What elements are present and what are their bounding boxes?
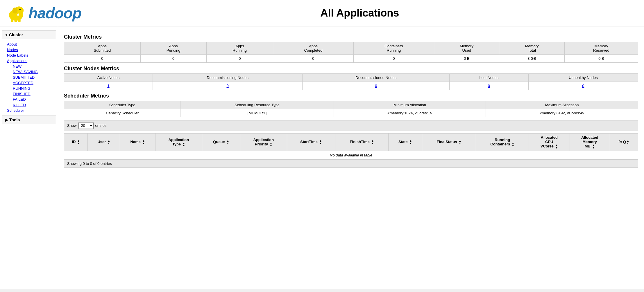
no-data-cell: No data available in table	[64, 151, 638, 159]
sidebar-nav: About Nodes Node Labels Applications NEW…	[0, 40, 58, 114]
val-memory-used: 0 B	[434, 55, 499, 63]
scheduler-metrics-title: Scheduler Metrics	[64, 93, 638, 99]
percent-queue-sort-icon[interactable]: ▲▼	[627, 140, 629, 145]
val-maximum-allocation: <memory:8192, vCores:4>	[486, 109, 638, 117]
col-memory-total: MemoryTotal	[499, 42, 564, 55]
scheduler-metrics-table: Scheduler Type Scheduling Resource Type …	[64, 101, 638, 117]
cluster-arrow-icon: ▼	[5, 33, 8, 37]
col-apps-submitted: AppsSubmitted	[64, 42, 141, 55]
lost-nodes-link[interactable]: 0	[488, 84, 490, 88]
active-nodes-link[interactable]: 1	[107, 84, 109, 88]
start-time-sort-icon[interactable]: ▲▼	[319, 140, 322, 145]
col-apps-running: AppsRunning	[206, 42, 273, 55]
sidebar: ▼ Cluster About Nodes Node Labels Applic…	[0, 26, 58, 289]
sidebar-item-applications[interactable]: Applications	[6, 58, 58, 64]
sidebar-item-nodes[interactable]: Nodes	[6, 47, 58, 53]
sidebar-cluster-header[interactable]: ▼ Cluster	[2, 30, 56, 39]
logo-area: hadoop	[6, 3, 81, 23]
hadoop-logo-text: hadoop	[28, 4, 81, 22]
page-title: All Applications	[81, 7, 638, 19]
val-active-nodes: 1	[64, 82, 153, 90]
sidebar-item-running[interactable]: RUNNING	[12, 86, 58, 91]
col-lost-nodes: Lost Nodes	[450, 74, 528, 82]
col-application-type: ApplicationType ▲▼	[155, 134, 202, 151]
sidebar-item-submitted[interactable]: SUBMITTED	[12, 75, 58, 80]
svg-rect-7	[18, 19, 21, 22]
app-priority-sort-icon[interactable]: ▲▼	[270, 142, 272, 147]
col-unhealthy-nodes: Unhealthy Nodes	[528, 74, 638, 82]
sidebar-item-about[interactable]: About	[6, 42, 58, 47]
user-sort-icon[interactable]: ▲▼	[108, 140, 110, 145]
show-label: Show	[67, 123, 77, 128]
col-memory-reserved: MemoryReserved	[564, 42, 638, 55]
unhealthy-nodes-link[interactable]: 0	[582, 84, 584, 88]
applications-table: ID ▲▼ User ▲▼ Name ▲▼ ApplicationType ▲▼…	[64, 133, 638, 159]
col-percent-queue: % Q▲▼	[610, 134, 638, 151]
sidebar-item-finished[interactable]: FINISHED	[12, 91, 58, 97]
col-apps-completed: AppsCompleted	[273, 42, 353, 55]
cluster-metrics-table: AppsSubmitted AppsPending AppsRunning Ap…	[64, 42, 638, 63]
col-final-status: FinalStatus ▲▼	[422, 134, 476, 151]
val-decommissioned-nodes: 0	[303, 82, 450, 90]
sidebar-item-new-saving[interactable]: NEW_SAVING	[12, 69, 58, 75]
sidebar-item-failed[interactable]: FAILED	[12, 97, 58, 102]
col-state: State ▲▼	[388, 134, 422, 151]
col-containers-running: ContainersRunning	[353, 42, 434, 55]
sidebar-app-submenu: NEW NEW_SAVING SUBMITTED ACCEPTED RUNNIN…	[6, 64, 58, 108]
sidebar-item-new[interactable]: NEW	[12, 64, 58, 69]
cluster-metrics-title: Cluster Metrics	[64, 34, 638, 40]
col-queue: Queue ▲▼	[202, 134, 240, 151]
col-name: Name ▲▼	[120, 134, 155, 151]
running-containers-sort-icon[interactable]: ▲▼	[512, 142, 514, 147]
col-decommissioned-nodes: Decommissioned Nodes	[303, 74, 450, 82]
entries-label: entries	[95, 123, 107, 128]
val-lost-nodes: 0	[450, 82, 528, 90]
sidebar-item-node-labels[interactable]: Node Labels	[6, 53, 58, 58]
finish-time-sort-icon[interactable]: ▲▼	[371, 140, 374, 145]
col-running-containers: RunningContainers ▲▼	[476, 134, 529, 151]
val-memory-total: 8 GB	[499, 55, 564, 63]
decommissioned-nodes-link[interactable]: 0	[375, 84, 377, 88]
val-apps-submitted: 0	[64, 55, 141, 63]
layout: ▼ Cluster About Nodes Node Labels Applic…	[0, 26, 644, 289]
col-scheduler-type: Scheduler Type	[64, 101, 180, 109]
state-sort-icon[interactable]: ▲▼	[409, 140, 412, 145]
hadoop-elephant-logo	[6, 3, 26, 23]
sidebar-tools-label: Tools	[9, 118, 20, 122]
show-entries-control: Show 20 50 100 entries	[64, 120, 638, 131]
col-minimum-allocation: Minimum Allocation	[334, 101, 486, 109]
sidebar-cluster-label: Cluster	[9, 33, 23, 37]
val-scheduling-resource-type: [MEMORY]	[180, 109, 334, 117]
col-allocated-cpu: AllocatedCPUVCores ▲▼	[529, 134, 570, 151]
col-user: User ▲▼	[88, 134, 120, 151]
col-application-priority: ApplicationPriority ▲▼	[240, 134, 287, 151]
val-minimum-allocation: <memory:1024, vCores:1>	[334, 109, 486, 117]
main-content: Cluster Metrics AppsSubmitted AppsPendin…	[58, 26, 644, 289]
col-allocated-memory: AllocatedMemoryMB ▲▼	[570, 134, 610, 151]
svg-point-4	[20, 9, 20, 9]
sidebar-item-killed[interactable]: KILLED	[12, 102, 58, 108]
col-start-time: StartTime ▲▼	[287, 134, 335, 151]
id-sort-icon[interactable]: ▲▼	[77, 140, 80, 145]
name-sort-icon[interactable]: ▲▼	[142, 140, 145, 145]
showing-entries: Showing 0 to 0 of 0 entries	[64, 159, 638, 168]
queue-sort-icon[interactable]: ▲▼	[226, 140, 229, 145]
val-apps-pending: 0	[140, 55, 206, 63]
decommissioning-nodes-link[interactable]: 0	[227, 84, 229, 88]
val-apps-completed: 0	[273, 55, 353, 63]
val-unhealthy-nodes: 0	[528, 82, 638, 90]
sidebar-item-accepted[interactable]: ACCEPTED	[12, 80, 58, 86]
svg-rect-6	[15, 19, 17, 22]
val-decommissioning-nodes: 0	[153, 82, 303, 90]
val-memory-reserved: 0 B	[564, 55, 638, 63]
final-status-sort-icon[interactable]: ▲▼	[459, 140, 461, 145]
val-scheduler-type: Capacity Scheduler	[64, 109, 180, 117]
entries-select[interactable]: 20 50 100	[78, 122, 94, 129]
allocated-memory-sort-icon[interactable]: ▲▼	[592, 144, 595, 149]
sidebar-item-scheduler[interactable]: Scheduler	[6, 108, 58, 113]
sidebar-tools-header[interactable]: ▶ Tools	[2, 116, 56, 124]
cluster-nodes-title: Cluster Nodes Metrics	[64, 66, 638, 72]
val-apps-running: 0	[206, 55, 273, 63]
app-type-sort-icon[interactable]: ▲▼	[183, 142, 185, 147]
allocated-cpu-sort-icon[interactable]: ▲▼	[555, 144, 558, 149]
